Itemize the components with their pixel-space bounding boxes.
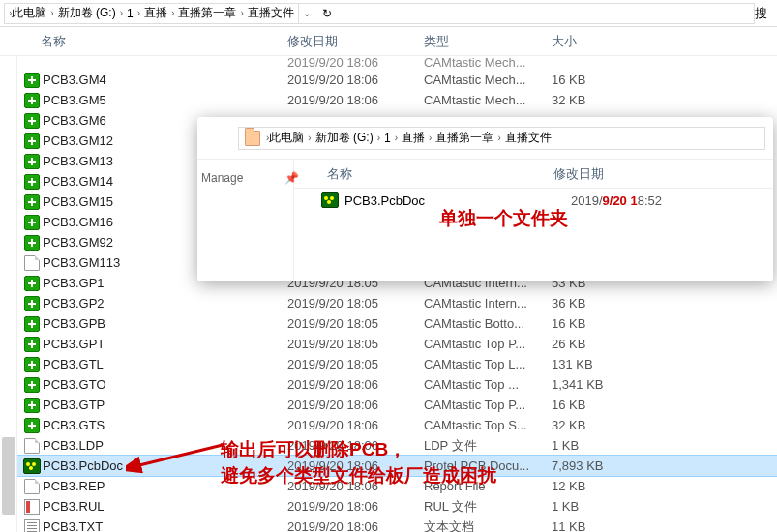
column-header-name[interactable]: 名称 — [0, 33, 287, 50]
popup-sidebar: 📌 Manage — [197, 160, 294, 281]
breadcrumb-segment[interactable]: 1 — [127, 7, 134, 20]
table-row[interactable]: PCB3.GP22019/9/20 18:05CAMtastic Intern.… — [17, 293, 777, 313]
table-row[interactable]: PCB3.RUL2019/9/20 18:06RUL 文件1 KB — [17, 496, 777, 517]
file-size: 16 KB — [552, 398, 648, 412]
file-size: 7,893 KB — [552, 458, 648, 473]
breadcrumb-segment[interactable]: 1 — [384, 132, 391, 145]
file-date: 2019/9/20 18:06 — [287, 73, 424, 87]
file-size: 11 KB — [552, 519, 648, 532]
chevron-right-icon: › — [50, 8, 53, 18]
txt-file-icon — [24, 519, 40, 533]
file-type: CAMtastic Mech... — [424, 73, 552, 87]
pcb-file-icon — [321, 192, 339, 208]
file-name: PCB3.GTS — [43, 418, 287, 432]
file-date: 2019/9/20 18:05 — [287, 337, 424, 351]
file-date: 2019/9/20 18:06 — [287, 519, 424, 532]
file-type: CAMtastic Intern... — [424, 296, 552, 310]
chevron-right-icon: › — [395, 133, 398, 143]
breadcrumb-segment[interactable]: 直播第一章 — [178, 5, 236, 21]
camtastic-file-icon — [24, 296, 40, 311]
file-size: 32 KB — [552, 418, 648, 432]
annotation-text: 单独一个文件夹 — [439, 206, 568, 231]
breadcrumb-segment[interactable]: 直播文件 — [248, 5, 294, 21]
file-type: CAMtastic Mech... — [424, 93, 552, 107]
table-row[interactable]: PCB3.GTO2019/9/20 18:06CAMtastic Top ...… — [17, 374, 777, 395]
table-row[interactable]: PCB3.GM52019/9/20 18:06CAMtastic Mech...… — [17, 90, 777, 110]
file-size: 12 KB — [552, 479, 648, 493]
camtastic-file-icon — [24, 418, 40, 433]
breadcrumb-segment[interactable]: 新加卷 (G:) — [58, 5, 116, 21]
vertical-scrollbar[interactable] — [0, 56, 17, 532]
rul-file-icon — [24, 499, 40, 515]
breadcrumb-dropdown[interactable]: ⌄ — [298, 4, 314, 23]
file-size: 16 KB — [552, 316, 648, 331]
camtastic-file-icon — [24, 73, 40, 88]
table-row[interactable]: PCB3.GTL2019/9/20 18:05CAMtastic Top L..… — [17, 354, 777, 374]
camtastic-file-icon — [24, 357, 40, 372]
pcb-file-icon — [23, 458, 41, 474]
column-header-date[interactable]: 修改日期 — [553, 165, 773, 183]
search-hint[interactable]: 搜 — [755, 5, 773, 22]
camtastic-file-icon — [24, 154, 40, 169]
chevron-right-icon: › — [120, 8, 123, 18]
file-name: PCB3.GTP — [43, 398, 287, 412]
breadcrumb-segment[interactable]: 直播文件 — [505, 130, 552, 146]
file-date: 2019/9/20 18:05 — [287, 296, 424, 310]
chevron-right-icon: › — [308, 133, 311, 143]
table-row[interactable]: PCB3.GTS2019/9/20 18:06CAMtastic Top S..… — [17, 415, 777, 435]
table-row[interactable]: 2019/9/20 18:06 CAMtastic Mech... — [17, 56, 777, 70]
sidebar-label: Manage — [201, 171, 285, 185]
file-type: CAMtastic Botto... — [424, 316, 552, 331]
camtastic-file-icon — [24, 377, 40, 393]
breadcrumb-segment[interactable]: 此电脑 — [12, 5, 46, 21]
camtastic-file-icon — [24, 337, 40, 352]
breadcrumb[interactable]: › 此电脑 › 新加卷 (G:) › 1 › 直播 › 直播第一章 › 直播文件 — [238, 127, 765, 150]
file-type: CAMtastic Top ... — [424, 377, 552, 392]
file-name: PCB3.GP2 — [43, 296, 287, 310]
breadcrumb-segment[interactable]: 直播 — [144, 5, 167, 21]
file-name: PCB3.GTL — [43, 357, 287, 371]
chevron-right-icon: › — [377, 133, 380, 143]
file-date: 2019/9/20 18:06 — [287, 418, 424, 432]
file-type: 文本文档 — [424, 518, 552, 533]
doc-file-icon — [24, 255, 40, 271]
camtastic-file-icon — [24, 215, 40, 230]
chevron-right-icon: › — [137, 8, 140, 18]
column-header-size[interactable]: 大小 — [552, 33, 648, 50]
file-type: CAMtastic Top P... — [424, 398, 552, 412]
popup-address-bar: › 此电脑 › 新加卷 (G:) › 1 › 直播 › 直播第一章 › 直播文件 — [197, 117, 773, 160]
camtastic-file-icon — [24, 93, 40, 108]
file-name: PCB3.GPB — [43, 316, 287, 331]
breadcrumb-segment[interactable]: 直播 — [402, 130, 425, 146]
file-size: 26 KB — [552, 337, 648, 351]
table-row[interactable]: PCB3.TXT2019/9/20 18:06文本文档11 KB — [17, 517, 777, 532]
column-header-name[interactable]: 名称 — [294, 165, 553, 183]
file-size: 131 KB — [552, 357, 648, 371]
column-header-type[interactable]: 类型 — [424, 33, 552, 50]
table-row[interactable]: PCB3.GPB2019/9/20 18:05CAMtastic Botto..… — [17, 313, 777, 334]
file-name: PCB3.GM5 — [43, 93, 287, 107]
doc-file-icon — [24, 438, 40, 454]
chevron-right-icon: › — [429, 133, 432, 143]
camtastic-file-icon — [24, 174, 40, 190]
table-row[interactable]: PCB3.GPT2019/9/20 18:05CAMtastic Top P..… — [17, 334, 777, 354]
camtastic-file-icon — [24, 276, 40, 291]
breadcrumb-segment[interactable]: 直播第一章 — [435, 130, 493, 146]
file-name: PCB3.GM4 — [43, 73, 287, 87]
camtastic-file-icon — [24, 316, 40, 332]
file-date: 2019/9/20 18:06 — [287, 377, 424, 392]
column-header-date[interactable]: 修改日期 — [287, 33, 424, 50]
breadcrumb[interactable]: › 此电脑 › 新加卷 (G:) › 1 › 直播 › 直播第一章 › 直播文件… — [4, 3, 755, 24]
file-size: 32 KB — [552, 93, 648, 107]
table-row[interactable]: PCB3.GM42019/9/20 18:06CAMtastic Mech...… — [17, 70, 777, 90]
file-name: PCB3.RUL — [43, 499, 287, 514]
scrollbar-thumb[interactable] — [2, 437, 15, 515]
file-type: CAMtastic Top L... — [424, 357, 552, 371]
pin-icon[interactable]: 📌 — [284, 171, 299, 185]
breadcrumb-segment[interactable]: 此电脑 — [269, 130, 304, 146]
table-row[interactable]: PCB3.GTP2019/9/20 18:06CAMtastic Top P..… — [17, 395, 777, 415]
refresh-icon[interactable]: ↻ — [322, 7, 332, 20]
breadcrumb-segment[interactable]: 新加卷 (G:) — [315, 130, 374, 146]
file-date: 2019/9/20 18:05 — [287, 357, 424, 371]
file-date: 2019/9/20 18:52 — [571, 193, 662, 208]
